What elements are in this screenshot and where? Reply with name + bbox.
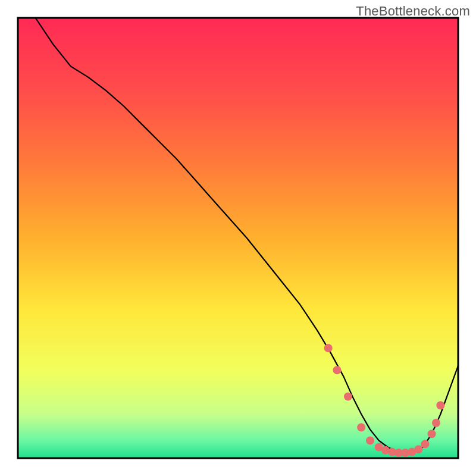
marker-dot [324, 344, 333, 352]
marker-dot [421, 440, 430, 448]
gradient-background [18, 18, 458, 458]
marker-dot [333, 366, 342, 374]
chart-container: TheBottleneck.com [0, 0, 476, 476]
marker-dot [436, 401, 444, 409]
marker-dot [344, 392, 352, 400]
bottleneck-chart [0, 0, 476, 476]
marker-dot [432, 419, 440, 427]
marker-dot [357, 423, 365, 431]
marker-dot [366, 436, 374, 444]
watermark-label: TheBottleneck.com [356, 4, 470, 19]
marker-dot [428, 430, 436, 438]
marker-dot [414, 445, 422, 453]
